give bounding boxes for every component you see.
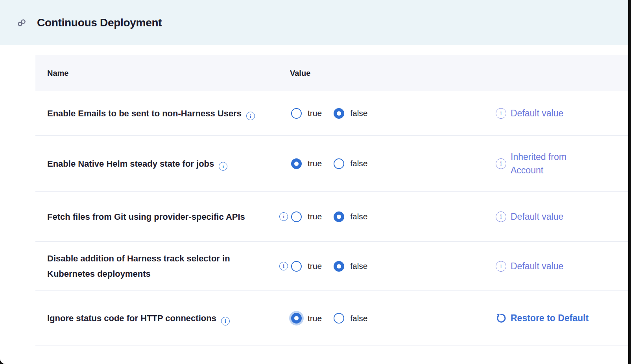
status-badge: Inherited from Account bbox=[511, 150, 589, 177]
settings-table: Name Value Enable Emails to be sent to n… bbox=[35, 55, 628, 346]
radio-true-label: true bbox=[308, 108, 322, 118]
radio-true[interactable]: true bbox=[291, 211, 322, 222]
radio-true-label: true bbox=[308, 159, 322, 168]
setting-value: true false bbox=[275, 158, 496, 169]
info-icon[interactable]: i bbox=[219, 162, 227, 171]
info-icon[interactable]: i bbox=[221, 317, 230, 325]
column-header-value: Value bbox=[275, 69, 496, 78]
radio-false[interactable]: false bbox=[334, 261, 367, 272]
radio-false[interactable]: false bbox=[334, 108, 367, 119]
info-icon[interactable]: i bbox=[496, 108, 506, 119]
radio-false-icon[interactable] bbox=[334, 211, 344, 222]
info-icon[interactable]: i bbox=[496, 158, 506, 169]
radio-true[interactable]: true bbox=[291, 108, 322, 119]
setting-name-label: Enable Emails to be sent to non-Harness … bbox=[47, 108, 242, 118]
radio-true-icon[interactable] bbox=[291, 211, 302, 222]
table-row: Disable addition of Harness track select… bbox=[35, 242, 628, 291]
radio-true-icon[interactable] bbox=[291, 158, 302, 169]
setting-name: Ignore status code for HTTP connectionsi bbox=[47, 311, 275, 326]
info-icon[interactable]: i bbox=[496, 211, 506, 222]
setting-status: i Default value bbox=[496, 259, 628, 273]
info-icon[interactable]: i bbox=[279, 212, 288, 221]
setting-name: Fetch files from Git using provider-spec… bbox=[47, 209, 275, 224]
setting-name-label: Enable Native Helm steady state for jobs bbox=[47, 159, 214, 169]
settings-panel: Continuous Deployment Name Value Enable … bbox=[0, 0, 628, 364]
setting-value: true false bbox=[275, 108, 496, 119]
status-badge: Default value bbox=[511, 107, 563, 120]
radio-false-label: false bbox=[350, 108, 367, 118]
setting-value: true false bbox=[275, 313, 496, 324]
info-icon[interactable]: i bbox=[496, 261, 506, 272]
table-row: Ignore status code for HTTP connectionsi… bbox=[35, 291, 628, 346]
status-badge: Default value bbox=[511, 210, 563, 224]
setting-value: i true false bbox=[275, 261, 496, 272]
radio-true[interactable]: true bbox=[291, 261, 322, 272]
column-header-name: Name bbox=[47, 69, 275, 78]
radio-false-icon[interactable] bbox=[334, 313, 344, 324]
setting-name: Enable Native Helm steady state for jobs… bbox=[47, 156, 275, 171]
radio-false-label: false bbox=[350, 159, 367, 168]
radio-false-icon[interactable] bbox=[334, 158, 344, 169]
status-badge: Default value bbox=[511, 259, 563, 273]
setting-status: i Inherited from Account bbox=[496, 150, 628, 177]
setting-name-label: Fetch files from Git using provider-spec… bbox=[47, 212, 245, 222]
table-header-row: Name Value bbox=[35, 55, 628, 91]
setting-name-label: Ignore status code for HTTP connections bbox=[47, 313, 216, 323]
radio-true-label: true bbox=[308, 261, 322, 271]
section-header: Continuous Deployment bbox=[0, 0, 628, 45]
radio-true-label: true bbox=[308, 212, 322, 221]
restore-to-default-button[interactable]: Restore to Default bbox=[511, 311, 589, 325]
radio-false-label: false bbox=[350, 261, 367, 271]
radio-true-label: true bbox=[308, 314, 322, 323]
section-title: Continuous Deployment bbox=[37, 17, 162, 29]
info-icon[interactable]: i bbox=[279, 262, 288, 270]
radio-true[interactable]: true bbox=[291, 313, 322, 324]
table-row: Enable Native Helm steady state for jobs… bbox=[35, 136, 628, 192]
setting-status: i Default value bbox=[496, 107, 628, 120]
setting-name: Disable addition of Harness track select… bbox=[47, 251, 275, 281]
table-row: Fetch files from Git using provider-spec… bbox=[35, 192, 628, 242]
restore-icon[interactable] bbox=[496, 313, 506, 324]
radio-false[interactable]: false bbox=[334, 211, 367, 222]
radio-false-icon[interactable] bbox=[334, 261, 344, 272]
radio-false-label: false bbox=[350, 212, 367, 221]
setting-value: i true false bbox=[275, 211, 496, 222]
radio-false[interactable]: false bbox=[334, 158, 367, 169]
info-icon[interactable]: i bbox=[246, 112, 255, 120]
radio-true-icon[interactable] bbox=[291, 108, 302, 119]
table-row: Enable Emails to be sent to non-Harness … bbox=[35, 91, 628, 136]
radio-true-icon[interactable] bbox=[291, 261, 302, 272]
setting-status: i Default value bbox=[496, 210, 628, 224]
link-icon[interactable] bbox=[17, 18, 27, 28]
radio-false-label: false bbox=[350, 314, 367, 323]
setting-name-label: Disable addition of Harness track select… bbox=[47, 254, 230, 279]
setting-status: Restore to Default bbox=[496, 311, 628, 325]
radio-false-icon[interactable] bbox=[334, 108, 344, 119]
radio-true[interactable]: true bbox=[291, 158, 322, 169]
radio-true-icon[interactable] bbox=[291, 313, 302, 324]
setting-name: Enable Emails to be sent to non-Harness … bbox=[47, 106, 275, 121]
radio-false[interactable]: false bbox=[334, 313, 367, 324]
